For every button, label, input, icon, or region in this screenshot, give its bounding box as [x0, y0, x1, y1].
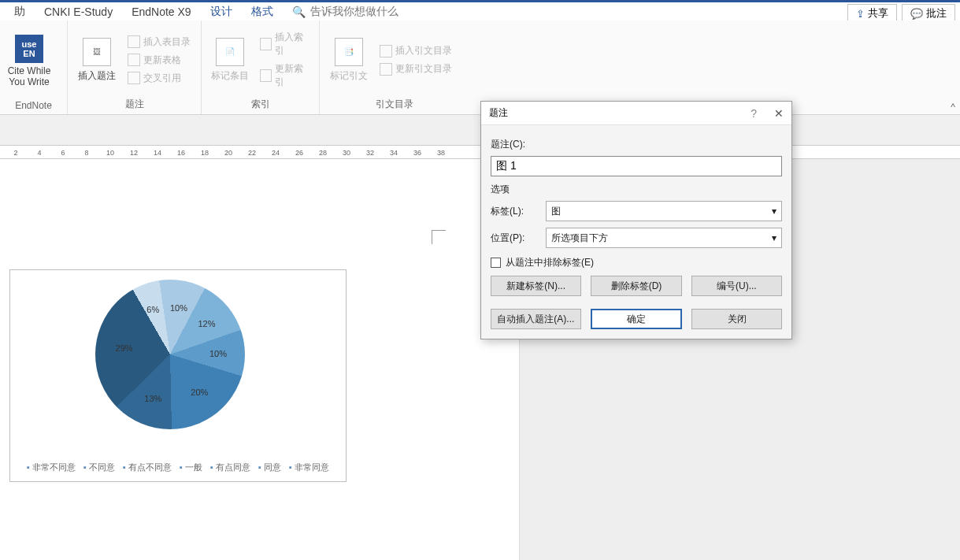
ruler-tick: 36 [413, 149, 421, 157]
exclude-label-text: 从题注中排除标签(E) [506, 256, 594, 269]
ruler-tick: 4 [37, 149, 41, 157]
chevron-down-icon: ▾ [772, 206, 777, 217]
insert-tof-label: 插入表目录 [143, 35, 191, 49]
tag-select[interactable]: 图 ▾ [546, 201, 782, 221]
update-table-button[interactable]: 更新表格 [124, 52, 194, 69]
endnote-cite-button[interactable]: useEN Cite While You Write [5, 24, 54, 98]
pie-slice-label: 13% [144, 394, 161, 403]
pie-slice-label: 10% [170, 303, 187, 313]
ribbon-group-label-citation: 引文目录 [324, 96, 465, 114]
ruler-tick: 2 [13, 149, 17, 157]
tag-select-value: 图 [551, 205, 561, 218]
endnote-cite-label: Cite While You Write [5, 66, 54, 87]
exclude-label-checkbox[interactable]: 从题注中排除标签(E) [491, 256, 782, 269]
update-table-label: 更新表格 [143, 54, 181, 67]
update-index-label: 更新索引 [275, 62, 311, 89]
dialog-title-text: 题注 [489, 106, 508, 120]
caption-input[interactable] [491, 156, 782, 176]
tab-design[interactable]: 设计 [201, 2, 242, 20]
legend-item: 非常同意 [289, 462, 329, 473]
document-page[interactable]: 6%10%12%10%20%13%29% 非常不同意不同意有点不同意一般有点同意… [0, 159, 520, 560]
legend-item: 有点同意 [210, 462, 250, 473]
tab-cnki[interactable]: CNKI E-Study [35, 2, 122, 20]
index-icon: 📄 [216, 38, 244, 66]
mark-citation-button[interactable]: 📑 标记引文 [324, 24, 373, 96]
dialog-close-button[interactable]: ✕ [774, 107, 784, 120]
tell-me-search[interactable]: 🔍 告诉我你想做什么 [292, 5, 398, 19]
options-section-label: 选项 [491, 183, 782, 196]
ruler-tick: 20 [224, 149, 232, 157]
refresh-icon [128, 54, 140, 66]
dialog-help-button[interactable]: ? [751, 107, 757, 120]
collapse-ribbon-button[interactable]: ^ [951, 102, 955, 113]
tab-endnote[interactable]: EndNote X9 [122, 2, 201, 20]
ruler-tick: 26 [295, 149, 303, 157]
insert-index-button[interactable]: 插入索引 [257, 29, 314, 59]
update-index-button[interactable]: 更新索引 [257, 61, 314, 91]
refresh-icon [260, 69, 272, 82]
insert-caption-label: 插入题注 [78, 69, 116, 83]
ruler-tick: 16 [177, 149, 185, 157]
pie-chart-object[interactable]: 6%10%12%10%20%13%29% 非常不同意不同意有点不同意一般有点同意… [9, 269, 347, 482]
chart-legend: 非常不同意不同意有点不同意一般有点同意同意非常同意 [10, 462, 346, 473]
share-icon: ⇪ [856, 8, 865, 20]
update-toa-button[interactable]: 更新引文目录 [376, 61, 455, 77]
tab-format[interactable]: 格式 [242, 2, 283, 20]
ruler-tick: 22 [248, 149, 256, 157]
ribbon-group-label-index: 索引 [206, 96, 314, 114]
position-select[interactable]: 所选项目下方 ▾ [546, 228, 782, 248]
dialog-titlebar[interactable]: 题注 ? ✕ [481, 102, 791, 125]
insert-caption-button[interactable]: 🖼 插入题注 [72, 24, 121, 96]
ruler-tick: 14 [154, 149, 161, 157]
cross-ref-button[interactable]: 交叉引用 [124, 70, 194, 87]
ruler-tick: 18 [201, 149, 209, 157]
auto-caption-button[interactable]: 自动插入题注(A)... [491, 309, 581, 329]
endnote-icon: useEN [15, 35, 43, 63]
tell-me-placeholder: 告诉我你想做什么 [310, 5, 398, 19]
list-icon [128, 35, 140, 48]
insert-toa-label: 插入引文目录 [395, 44, 452, 57]
legend-item: 一般 [180, 462, 202, 473]
ruler-tick: 30 [343, 149, 350, 157]
ribbon-tabs-row: 助 CNKI E-Study EndNote X9 设计 格式 🔍 告诉我你想做… [0, 0, 960, 20]
ruler-tick: 10 [106, 149, 114, 157]
legend-item: 不同意 [83, 462, 115, 473]
tag-label: 标签(L): [491, 205, 538, 218]
caption-field-label: 题注(C): [491, 138, 782, 151]
ruler-tick: 28 [319, 149, 327, 157]
delete-label-button[interactable]: 删除标签(D) [591, 276, 681, 296]
insert-tof-button[interactable]: 插入表目录 [124, 34, 194, 50]
pie-slice-label: 12% [198, 319, 215, 328]
list-icon [380, 45, 392, 57]
ruler-tick: 8 [84, 149, 88, 157]
search-icon: 🔍 [292, 6, 306, 18]
new-label-button[interactable]: 新建标签(N)... [491, 276, 581, 296]
checkbox-icon [491, 258, 501, 268]
pie-slice-label: 10% [209, 349, 227, 358]
ribbon-group-label-caption: 题注 [72, 96, 196, 114]
comment-label: 批注 [926, 6, 947, 20]
ruler-tick: 6 [61, 149, 65, 157]
legend-item: 同意 [258, 462, 281, 473]
numbering-button[interactable]: 编号(U)... [691, 276, 782, 296]
cross-ref-label: 交叉引用 [143, 72, 181, 85]
pie-slice-label: 29% [116, 343, 133, 353]
tab-help[interactable]: 助 [5, 2, 35, 20]
close-button[interactable]: 关闭 [691, 309, 782, 329]
ribbon-group-label-endnote: EndNote [5, 98, 62, 114]
page-corner-mark [432, 230, 446, 244]
mark-entry-button[interactable]: 📄 标记条目 [206, 24, 254, 96]
caption-dialog: 题注 ? ✕ 题注(C): 选项 标签(L): 图 ▾ 位置(P): 所选项目下… [480, 101, 792, 339]
comment-icon: 💬 [910, 8, 923, 20]
pie-slice-label: 20% [191, 388, 208, 397]
position-select-value: 所选项目下方 [551, 232, 608, 245]
refresh-icon [380, 63, 392, 76]
ruler-tick: 38 [437, 149, 445, 157]
share-label: 共享 [868, 6, 888, 20]
ruler-tick: 32 [366, 149, 374, 157]
mark-citation-label: 标记引文 [330, 69, 368, 83]
update-toa-label: 更新引文目录 [395, 62, 452, 76]
insert-toa-button[interactable]: 插入引文目录 [376, 43, 455, 59]
ruler-tick: 12 [130, 149, 138, 157]
ok-button[interactable]: 确定 [591, 309, 683, 329]
